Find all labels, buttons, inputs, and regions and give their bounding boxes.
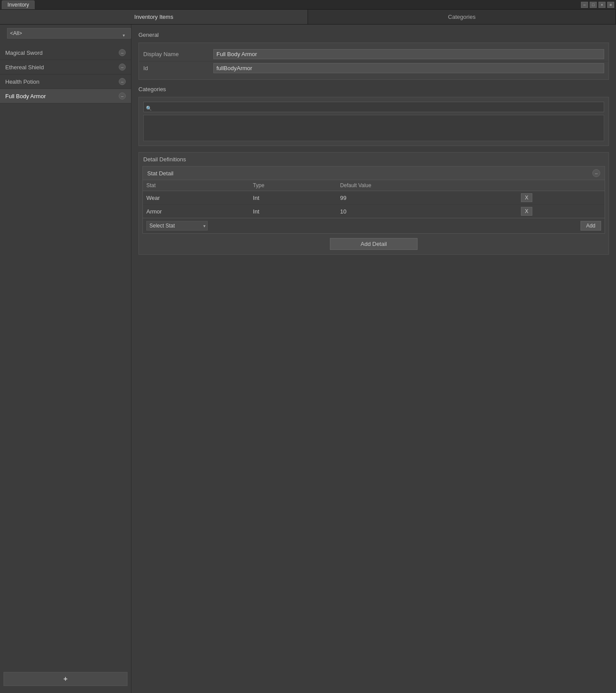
stat-name-cell: Wear <box>143 191 249 205</box>
list-item[interactable]: Magical Sword – <box>0 46 131 60</box>
id-label: Id <box>143 65 213 71</box>
stat-row-remove-button[interactable]: X <box>521 207 532 216</box>
list-item-selected[interactable]: Full Body Armor – <box>0 89 131 103</box>
add-detail-button[interactable]: Add Detail <box>330 238 418 250</box>
filter-select[interactable]: <All> <box>7 28 131 39</box>
tab-inventory-items-label: Inventory Items <box>135 14 173 20</box>
stat-table: Stat Type Default Value Wear Int 99 <box>143 180 605 218</box>
item-remove-icon[interactable]: – <box>119 49 126 56</box>
stat-add-row: Select Stat ▾ Add <box>143 218 605 233</box>
tab-categories-label: Categories <box>448 14 476 20</box>
content-area: <All> ▾ Magical Sword – Ethereal Shield … <box>0 25 616 693</box>
categories-list-area <box>143 115 604 141</box>
title-text: Inventory <box>7 2 29 8</box>
general-section: Display Name Full Body Armor Id fullBody… <box>138 43 609 80</box>
categories-section: 🔍 <box>138 97 609 146</box>
categories-section-title: Categories <box>138 86 609 92</box>
item-name: Full Body Armor <box>5 93 46 100</box>
categories-search-input[interactable] <box>143 102 604 112</box>
stat-detail-block: Stat Detail – Stat Type Default Value <box>142 166 605 234</box>
stat-type-cell: Int <box>249 191 336 205</box>
stat-detail-title: Stat Detail <box>147 170 173 177</box>
add-stat-button[interactable]: Add <box>581 221 601 231</box>
item-name: Magical Sword <box>5 50 42 56</box>
tab-bar: Inventory Items Categories <box>0 10 616 25</box>
item-name: Health Potion <box>5 78 39 85</box>
main-panel: General Display Name Full Body Armor Id … <box>131 25 616 693</box>
default-val-col-header: Default Value <box>336 180 517 191</box>
action-col-header <box>517 180 605 191</box>
maximize-button[interactable]: □ <box>590 2 597 8</box>
detail-definitions-title: Detail Definitions <box>139 153 609 166</box>
stat-action-cell: X <box>517 191 605 205</box>
id-row: Id fullBodyArmor <box>139 61 609 75</box>
stat-default-cell: 10 <box>336 205 517 218</box>
general-section-title: General <box>138 32 609 38</box>
sidebar: <All> ▾ Magical Sword – Ethereal Shield … <box>0 25 131 693</box>
table-row: Wear Int 99 X <box>143 191 605 205</box>
tab-inventory-items[interactable]: Inventory Items <box>0 10 308 24</box>
app-container: Inventory Items Categories <All> ▾ Magic… <box>0 10 616 693</box>
stat-col-header: Stat <box>143 180 249 191</box>
item-remove-icon[interactable]: – <box>119 92 126 100</box>
title-bar: Inventory – □ × ≡ <box>0 0 616 10</box>
menu-button[interactable]: ≡ <box>607 2 614 8</box>
tab-categories[interactable]: Categories <box>308 10 616 24</box>
select-stat-dropdown[interactable]: Select Stat <box>146 221 208 231</box>
filter-wrapper: <All> ▾ <box>4 28 127 42</box>
list-item[interactable]: Ethereal Shield – <box>0 60 131 75</box>
stat-default-cell: 99 <box>336 191 517 205</box>
categories-search-wrapper: 🔍 <box>143 102 604 115</box>
minimize-button[interactable]: – <box>581 2 588 8</box>
search-icon: 🔍 <box>146 106 152 111</box>
item-remove-icon[interactable]: – <box>119 78 126 85</box>
inventory-list: Magical Sword – Ethereal Shield – Health… <box>0 46 131 668</box>
stat-action-cell: X <box>517 205 605 218</box>
id-value[interactable]: fullBodyArmor <box>213 63 604 73</box>
add-item-button[interactable]: + <box>4 672 127 686</box>
item-name: Ethereal Shield <box>5 64 44 71</box>
title-controls: – □ × ≡ <box>581 2 614 8</box>
display-name-label: Display Name <box>143 51 213 57</box>
list-item[interactable]: Health Potion – <box>0 75 131 89</box>
item-remove-icon[interactable]: – <box>119 64 126 71</box>
table-row: Armor Int 10 X <box>143 205 605 218</box>
display-name-row: Display Name Full Body Armor <box>139 47 609 61</box>
stat-detail-header: Stat Detail – <box>143 167 605 180</box>
close-button[interactable]: × <box>598 2 605 8</box>
stat-row-remove-button[interactable]: X <box>521 193 532 202</box>
stat-table-header-row: Stat Type Default Value <box>143 180 605 191</box>
stat-name-cell: Armor <box>143 205 249 218</box>
stat-type-cell: Int <box>249 205 336 218</box>
display-name-value[interactable]: Full Body Armor <box>213 49 604 59</box>
detail-definitions-section: Detail Definitions Stat Detail – Stat Ty… <box>138 152 609 255</box>
stat-detail-remove-icon[interactable]: – <box>592 169 600 177</box>
type-col-header: Type <box>249 180 336 191</box>
title-tab[interactable]: Inventory <box>2 0 35 9</box>
stat-select-wrapper: Select Stat ▾ <box>146 221 208 231</box>
